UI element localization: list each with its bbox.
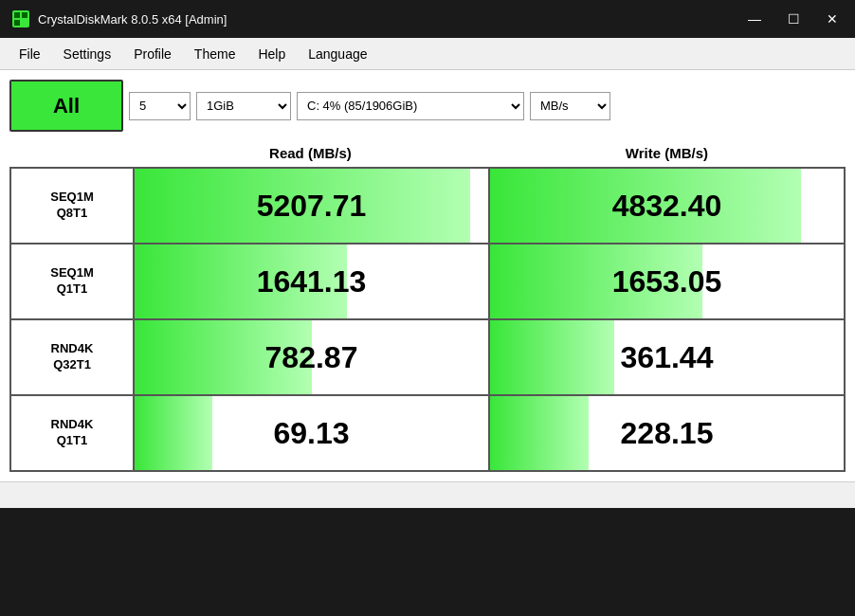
row-write-1: 1653.05 [489, 244, 845, 319]
minimize-button[interactable]: — [742, 9, 767, 28]
size-select[interactable]: 1GiB [196, 92, 291, 120]
status-bar [0, 481, 855, 508]
runs-select[interactable]: 5 [129, 92, 191, 120]
table-row: RND4KQ32T1 782.87 361.44 [10, 319, 845, 395]
row-label-1: SEQ1MQ1T1 [10, 244, 134, 319]
svg-rect-2 [22, 12, 27, 18]
all-button[interactable]: All [9, 80, 123, 132]
menu-bar: File Settings Profile Theme Help Languag… [0, 38, 855, 70]
table-row: SEQ1MQ8T1 5207.71 4832.40 [10, 168, 845, 244]
maximize-button[interactable]: ☐ [782, 9, 806, 28]
table-header-row: Read (MB/s) Write (MB/s) [9, 139, 846, 167]
table-row: SEQ1MQ1T1 1641.13 1653.05 [10, 244, 845, 319]
row-read-3: 69.13 [134, 395, 489, 471]
table-row: RND4KQ1T1 69.13 228.15 [10, 395, 845, 471]
svg-rect-1 [14, 12, 20, 18]
row-write-3: 228.15 [489, 395, 845, 471]
row-write-0: 4832.40 [489, 168, 845, 244]
unit-select[interactable]: MB/s [530, 92, 610, 120]
data-table: SEQ1MQ8T1 5207.71 4832.40 SEQ1MQ1T1 1641… [9, 167, 846, 472]
drive-select[interactable]: C: 4% (85/1906GiB) [297, 92, 524, 120]
svg-rect-4 [22, 20, 27, 26]
main-content: All 5 1GiB C: 4% (85/1906GiB) MB/s Read … [0, 70, 855, 481]
app-icon [11, 9, 30, 28]
title-bar: CrystalDiskMark 8.0.5 x64 [Admin] — ☐ ✕ [0, 0, 855, 38]
results-table: Read (MB/s) Write (MB/s) [9, 139, 846, 167]
menu-theme[interactable]: Theme [183, 43, 247, 65]
app-title: CrystalDiskMark 8.0.5 x64 [Admin] [38, 12, 227, 27]
row-read-0: 5207.71 [134, 168, 489, 244]
controls-row: All 5 1GiB C: 4% (85/1906GiB) MB/s [9, 80, 846, 132]
menu-settings[interactable]: Settings [52, 43, 123, 65]
header-write: Write (MB/s) [488, 139, 846, 167]
row-label-2: RND4KQ32T1 [10, 319, 134, 395]
row-read-1: 1641.13 [134, 244, 489, 319]
write-header-label: Write (MB/s) [626, 145, 708, 161]
menu-file[interactable]: File [8, 43, 52, 65]
svg-rect-3 [14, 20, 20, 26]
read-header-label: Read (MB/s) [269, 145, 352, 161]
close-button[interactable]: ✕ [821, 9, 844, 28]
row-label-3: RND4KQ1T1 [10, 395, 134, 471]
row-read-2: 782.87 [134, 319, 489, 395]
menu-language[interactable]: Language [297, 43, 378, 65]
row-write-2: 361.44 [489, 319, 845, 395]
menu-help[interactable]: Help [246, 43, 297, 65]
title-bar-controls: — ☐ ✕ [742, 9, 844, 28]
header-empty [9, 139, 133, 167]
header-read: Read (MB/s) [133, 139, 488, 167]
row-label-0: SEQ1MQ8T1 [10, 168, 134, 244]
menu-profile[interactable]: Profile [122, 43, 183, 65]
